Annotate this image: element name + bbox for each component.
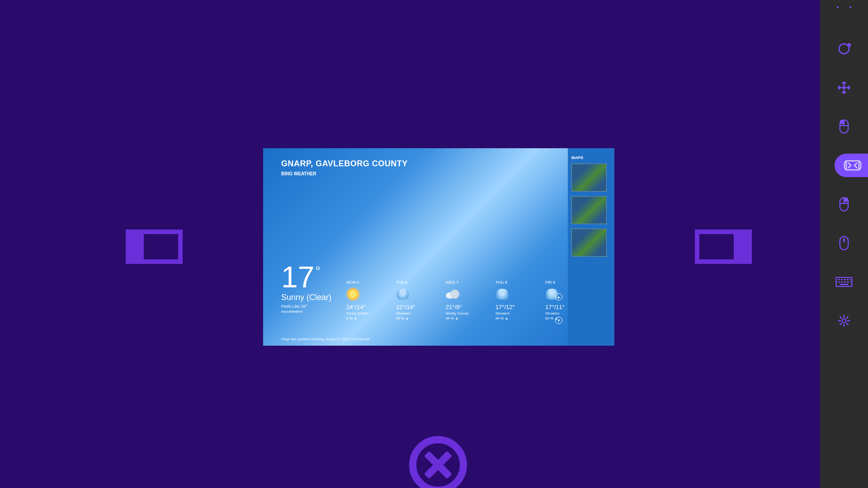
gear-icon (838, 314, 850, 327)
forecast-cond: Showers (396, 311, 430, 315)
move-icon (837, 80, 851, 95)
cloud-icon (446, 287, 459, 301)
snap-left-button[interactable] (126, 230, 183, 264)
forecast-hilo: 17°/11° (545, 304, 580, 310)
sidebar-drag-handle[interactable] (837, 6, 851, 8)
keyboard-button[interactable] (832, 270, 856, 294)
weather-source: BING WEATHER (281, 171, 550, 176)
weather-forecast-row: MON 5 24°/14° Sunny (Clear) 8 % ▲ TUE 6 … (346, 280, 580, 320)
forecast-hilo: 17°/12° (495, 304, 530, 310)
weather-location: GNARP, GAVLEBORG COUNTY (281, 159, 550, 169)
map-thumbnail[interactable] (571, 229, 607, 257)
forecast-precip: 44 % ▲ (446, 316, 480, 320)
weather-main-panel: GNARP, GAVLEBORG COUNTY BING WEATHER 17 … (263, 148, 568, 346)
forecast-day: MON 5 24°/14° Sunny (Clear) 8 % ▲ (346, 280, 381, 320)
app-switcher-button[interactable] (835, 154, 868, 177)
remote-view-canvas: GNARP, GAVLEBORG COUNTY BING WEATHER 17 … (0, 0, 820, 488)
forecast-day-label: WED 7 (446, 280, 480, 285)
control-sidebar (820, 0, 868, 488)
mouse-right-icon (839, 197, 849, 212)
svg-point-1 (843, 86, 845, 89)
rain-icon (495, 287, 509, 301)
forecast-precip: 84 % ▲ (495, 316, 530, 320)
forecast-hilo: 22°/14° (396, 304, 430, 310)
forecast-day: FRI 9 17°/11° Showers 82 % ▲ (545, 280, 580, 320)
temp-value: 17 (281, 262, 314, 292)
weather-last-updated: Page last updated Monday, August 5, 2013… (281, 333, 550, 341)
temp-degree: ° (315, 265, 320, 292)
switcher-icon (844, 159, 862, 172)
forecast-precip: 8 % ▲ (346, 316, 381, 320)
forecast-cond: Sunny (Clear) (346, 311, 381, 315)
mouse-left-button[interactable] (832, 115, 856, 138)
settings-button[interactable] (832, 309, 856, 333)
forecast-day-label: FRI 9 (545, 280, 580, 285)
forecast-day: WED 7 21°/8° Mostly Cloudy 44 % ▲ (446, 280, 480, 320)
forecast-precip: 82 % ▲ (545, 316, 580, 320)
forecast-precip: 48 % ▲ (396, 316, 430, 320)
maps-heading: MAPS (571, 155, 614, 160)
power-icon (837, 42, 851, 56)
forecast-day-label: MON 5 (346, 280, 381, 285)
forecast-day-label: THU 8 (495, 280, 530, 285)
forecast-cond: Showers (495, 311, 530, 315)
scroll-up-button[interactable]: ▲ (555, 293, 562, 300)
map-thumbnail[interactable] (571, 196, 607, 224)
mouse-middle-icon (839, 235, 849, 251)
forecast-cond: Showers (545, 311, 580, 315)
forecast-day: TUE 6 22°/14° Showers 48 % ▲ (396, 280, 430, 320)
forecast-hilo: 24°/14° (346, 304, 381, 310)
forecast-hilo: 21°/8° (446, 304, 480, 310)
move-button[interactable] (832, 76, 856, 99)
keyboard-icon (835, 277, 853, 287)
snap-right-button[interactable] (695, 230, 752, 264)
svg-point-8 (842, 319, 846, 323)
forecast-day: THU 8 17°/12° Showers 84 % ▲ (495, 280, 530, 320)
power-button[interactable] (832, 37, 856, 61)
close-app-button[interactable] (409, 436, 467, 488)
app-preview-weather[interactable]: GNARP, GAVLEBORG COUNTY BING WEATHER 17 … (263, 148, 614, 346)
svg-rect-6 (843, 238, 845, 242)
sun-icon (346, 287, 360, 301)
scroll-down-button[interactable]: ▼ (555, 317, 562, 324)
forecast-cond: Mostly Cloudy (446, 311, 480, 315)
svg-rect-3 (846, 161, 859, 170)
map-thumbnail[interactable] (571, 164, 607, 192)
rain-icon (396, 287, 410, 301)
mouse-left-icon (839, 119, 849, 134)
mouse-middle-button[interactable] (832, 231, 856, 255)
mouse-right-button[interactable] (832, 192, 856, 216)
forecast-day-label: TUE 6 (396, 280, 430, 285)
